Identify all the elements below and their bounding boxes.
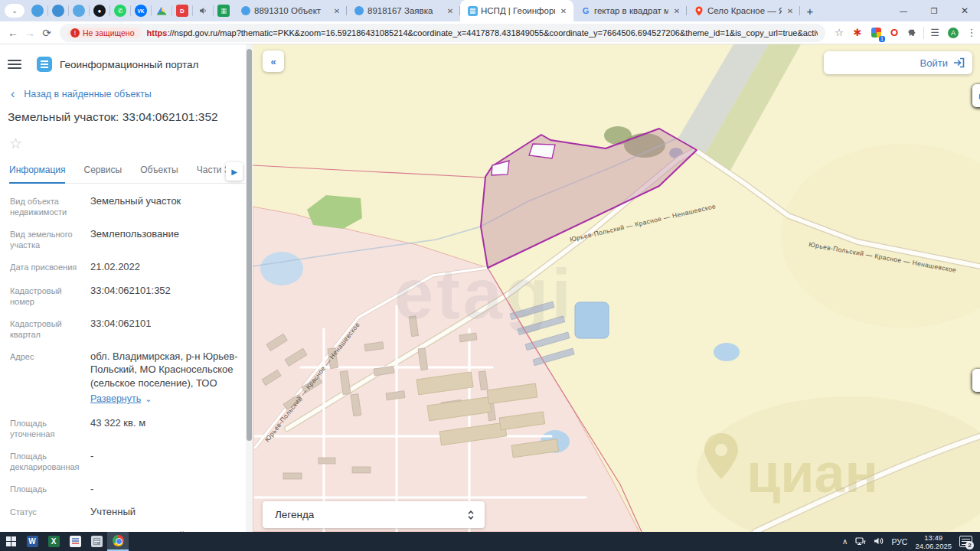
tab-close-icon[interactable]: ✕ [332,7,342,15]
login-button[interactable]: Войти [824,51,972,74]
expand-address-link[interactable]: Развернуть [90,393,141,406]
nspd-favicon [354,5,364,16]
notification-center-icon[interactable]: 2 [959,536,972,547]
tab-services[interactable]: Сервисы [83,165,122,184]
pinned-tab-browser-icon[interactable] [31,5,44,17]
nspd-favicon [240,5,251,16]
new-tab-button[interactable]: + [800,1,820,21]
taskbar-chrome-icon[interactable] [107,532,129,551]
network-icon[interactable] [855,536,866,547]
pinned-tab-sheets-icon[interactable] [217,5,230,17]
pinned-tabs: ● ✆ VK D [28,0,234,21]
extension-adguard-icon[interactable]: ✱ [850,25,865,41]
browser-tab[interactable]: 8891310 Объект ✕ [234,0,347,21]
window-close-icon[interactable]: ✕ [949,1,980,21]
clock[interactable]: 13:4924.06.2025 [915,533,952,550]
back-to-results-link[interactable]: ‹ Назад в найденные объекты [11,89,246,99]
window-minimize-icon[interactable]: — [888,1,919,21]
portal-header: Геоинформационный портал [8,57,246,72]
tray-expand-icon[interactable]: ∧ [842,537,848,546]
back-icon[interactable]: ← [5,27,21,39]
taskbar-word-icon[interactable]: W [21,532,43,551]
bookmark-star-icon[interactable]: ☆ [831,25,847,41]
field-row: Дата присвоения 21.02.2022 [10,260,238,274]
taskbar-excel-icon[interactable]: X [43,532,64,551]
legend-toggle[interactable]: Легенда [263,501,485,528]
browser-tab[interactable]: 8918167 Заявка ✕ [347,0,460,21]
extension-opera-icon[interactable]: O [887,25,902,41]
reload-icon[interactable]: ⟳ [38,27,55,39]
page-title: Земельный участок: 33:04:062101:352 [8,110,238,124]
nspd-favicon [467,5,478,16]
tab-close-icon[interactable]: ✕ [785,7,795,15]
map-viewport[interactable]: etagi циан Юрьев-Польский — Красное — Не… [253,44,980,532]
browser-tab[interactable]: Село Красное — Яндекс Карт ✕ [687,0,800,21]
tab-audio-icon[interactable] [197,5,209,17]
field-row-address: Адрес обл. Владимирская, р-н Юрьев-Польс… [10,350,238,406]
collapse-panel-button[interactable]: « [263,51,284,72]
tabs-scroll-right-button[interactable]: ▶ [226,162,243,181]
window-restore-icon[interactable]: ❐ [919,1,949,21]
pinned-tab-browser-icon[interactable] [52,5,64,17]
system-tray: ∧ РУС 13:4924.06.2025 2 [842,533,980,550]
pinned-tab-vk-icon[interactable]: VK [135,5,147,17]
tab-objects[interactable]: Объекты [140,165,178,184]
url-text: https://nspd.gov.ru/map?thematic=PKK&zoo… [147,28,818,37]
taskbar-app-icon[interactable] [64,532,86,551]
extensions-puzzle-icon[interactable] [905,25,920,41]
pinned-tab-whatsapp-icon[interactable]: ✆ [114,5,126,17]
sidebar-scrollbar[interactable] [246,44,253,532]
reading-list-icon[interactable]: ☰ [927,25,942,41]
menu-burger-icon[interactable] [8,60,21,69]
field-row: Статус Учтенный [10,505,238,519]
field-row: Площадь - [10,482,238,496]
tab-close-icon[interactable]: ✕ [558,7,569,15]
field-row: Кадастровый квартал 33:04:062101 [10,317,238,340]
pinned-tab-dark-icon[interactable]: ● [93,5,106,17]
browser-toolbar: ← → ⟳ ! Не защищено https://nspd.gov.ru/… [0,21,980,44]
toolbar-actions: ☆ ✱ 1 O ☰ A ⋮ [831,25,979,41]
login-icon [953,57,965,68]
scrollbar-thumb[interactable] [247,49,252,441]
url-bar[interactable]: ! Не защищено https://nspd.gov.ru/map?th… [60,24,825,42]
portal-title: Геоинформационный портал [60,59,198,70]
windows-taskbar: W X ∧ РУС 13:4924.06.2025 2 [0,532,980,551]
svg-text:циан: циан [746,442,878,504]
pinned-tab-drive-icon[interactable] [155,5,168,17]
browser-tab-active[interactable]: НСПД | Геоинформационный ✕ [460,0,573,21]
extension-icon[interactable]: 1 [868,25,884,41]
field-row: Кадастровый номер 33:04:062101:352 [10,284,238,307]
expand-collapse-icon [466,510,475,520]
yandex-maps-favicon [694,5,704,16]
browser-tab[interactable]: G гектар в квадрат метр - Поиск ✕ [573,0,687,21]
print-button[interactable] [972,84,980,107]
taskbar-app-icon[interactable] [86,532,107,551]
pinned-tab-dzen-icon[interactable]: D [176,5,188,17]
tab-close-icon[interactable]: ✕ [445,7,456,15]
language-indicator[interactable]: РУС [891,537,907,546]
forward-icon[interactable]: → [21,27,38,39]
nspd-portal: Геоинформационный портал ‹ Назад в найде… [0,44,980,532]
security-badge[interactable]: ! Не защищено [67,28,141,38]
favorite-star-icon[interactable]: ☆ [9,135,246,152]
watermark-etagi: etagi [394,255,574,333]
tab-information[interactable]: Информация [9,165,65,184]
info-tabs: Информация Сервисы Объекты Части ЗУ Сост… [9,165,246,184]
pinned-tab-browser-icon[interactable] [73,5,85,17]
start-button[interactable] [0,532,21,551]
google-favicon: G [580,5,591,16]
attributes-list: Вид объекта недвижимости Земельный участ… [0,184,246,532]
chevron-down-icon: ⌄ [145,394,152,403]
parcel-hole [529,144,555,158]
field-row: Вид объекта недвижимости Земельный участ… [10,194,238,217]
map-canvas[interactable]: etagi циан Юрьев-Польский — Красное — Не… [253,44,980,532]
tab-close-icon[interactable]: ✕ [671,7,682,15]
volume-icon[interactable] [874,536,884,547]
tab-search-button[interactable]: ⌄ [5,4,24,18]
menu-dots-icon[interactable]: ⋮ [964,25,979,41]
zoom-out-button[interactable]: − [972,369,980,392]
browser-tab-strip: ⌄ ● ✆ VK D 8891310 Объект ✕ 8918167 Заяв… [0,0,980,21]
window-controls: — ❐ ✕ [888,1,980,21]
profile-avatar-icon[interactable]: A [946,25,961,41]
field-row: Площадь декларированная - [10,449,238,472]
